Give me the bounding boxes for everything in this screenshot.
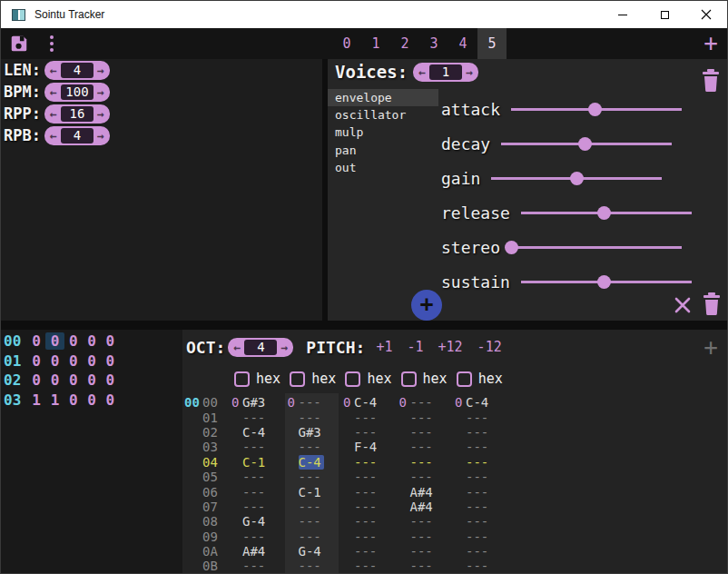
order-cell[interactable]: 0 bbox=[45, 371, 64, 389]
maximize-button[interactable] bbox=[644, 1, 685, 28]
note-cell[interactable]: --- bbox=[466, 455, 491, 470]
note-cell[interactable]: --- bbox=[410, 514, 436, 529]
slider-thumb[interactable] bbox=[597, 275, 611, 289]
note-cell[interactable]: --- bbox=[354, 425, 379, 440]
note-cell[interactable]: A#4 bbox=[410, 500, 436, 514]
note-cell[interactable]: G-4 bbox=[242, 514, 268, 529]
octave-stepper-value[interactable]: 4 bbox=[244, 340, 277, 355]
order-cell[interactable]: 0 bbox=[101, 391, 119, 409]
order-cell[interactable]: 0 bbox=[83, 391, 101, 409]
clear-unit-button[interactable] bbox=[673, 295, 693, 315]
note-cell[interactable]: --- bbox=[242, 500, 268, 514]
unit-item-envelope[interactable]: envelope bbox=[328, 89, 438, 106]
param-stepper-rpp-increment[interactable]: → bbox=[93, 104, 108, 124]
tab-2[interactable]: 2 bbox=[390, 28, 419, 59]
note-cell[interactable]: G#3 bbox=[299, 425, 324, 440]
param-stepper-rpb-increment[interactable]: → bbox=[93, 126, 108, 145]
order-cell[interactable]: 0 bbox=[64, 332, 83, 350]
param-stepper-len-decrement[interactable]: ← bbox=[46, 61, 61, 80]
unit-item-pan[interactable]: pan bbox=[328, 142, 438, 159]
note-cell[interactable]: --- bbox=[354, 529, 379, 544]
hex-checkbox[interactable] bbox=[290, 371, 305, 387]
order-cell[interactable]: 0 bbox=[83, 332, 101, 350]
note-cell[interactable]: --- bbox=[466, 529, 491, 544]
slider-track[interactable] bbox=[491, 171, 662, 185]
note-cell[interactable]: --- bbox=[354, 485, 379, 500]
note-cell[interactable]: --- bbox=[299, 559, 324, 573]
note-cell[interactable]: --- bbox=[410, 440, 436, 454]
hex-checkbox[interactable] bbox=[345, 371, 360, 387]
order-cell[interactable]: 0 bbox=[27, 352, 45, 370]
note-cell[interactable]: G-4 bbox=[299, 544, 324, 559]
note-cell[interactable]: --- bbox=[466, 485, 491, 500]
slider-thumb[interactable] bbox=[597, 206, 611, 220]
order-cell[interactable]: 0 bbox=[101, 352, 119, 370]
note-cell[interactable]: F-4 bbox=[354, 440, 379, 454]
note-cell[interactable]: --- bbox=[410, 470, 436, 484]
note-cell[interactable]: --- bbox=[410, 455, 436, 470]
close-button[interactable] bbox=[685, 1, 727, 28]
pitch-button-+1[interactable]: +1 bbox=[376, 339, 392, 355]
slider-track[interactable] bbox=[511, 240, 682, 254]
add-tab-button[interactable]: + bbox=[703, 28, 718, 59]
note-cell[interactable]: --- bbox=[410, 559, 436, 573]
note-cell[interactable]: A#4 bbox=[242, 544, 268, 559]
octave-stepper-decrement[interactable]: ← bbox=[230, 338, 244, 357]
octave-stepper-increment[interactable]: → bbox=[277, 338, 291, 357]
note-cell[interactable]: --- bbox=[354, 514, 379, 529]
order-cell[interactable]: 1 bbox=[45, 391, 64, 409]
note-cell[interactable]: --- bbox=[242, 440, 268, 454]
note-cell[interactable]: --- bbox=[410, 425, 436, 440]
note-cell[interactable]: --- bbox=[354, 455, 379, 470]
order-cell[interactable]: 0 bbox=[64, 352, 83, 370]
note-cell[interactable]: --- bbox=[410, 411, 436, 425]
order-cell[interactable]: 0 bbox=[27, 332, 45, 350]
param-stepper-rpp-decrement[interactable]: ← bbox=[46, 104, 61, 124]
note-cell[interactable]: --- bbox=[354, 411, 379, 425]
voices-stepper-decrement[interactable]: ← bbox=[415, 63, 429, 82]
note-cell[interactable]: --- bbox=[466, 559, 491, 573]
note-cell[interactable]: --- bbox=[410, 544, 436, 559]
order-cell[interactable]: 0 bbox=[83, 352, 101, 370]
menu-button[interactable] bbox=[45, 35, 58, 53]
note-cell[interactable]: --- bbox=[354, 544, 379, 559]
note-cell[interactable]: A#4 bbox=[410, 485, 436, 500]
delete-instrument-button[interactable] bbox=[701, 69, 721, 92]
note-cell[interactable]: --- bbox=[299, 529, 324, 544]
pitch-button-+12[interactable]: +12 bbox=[438, 339, 463, 355]
note-cell[interactable]: --- bbox=[299, 500, 324, 514]
param-stepper-bpm-decrement[interactable]: ← bbox=[46, 83, 61, 102]
param-stepper-rpp-value[interactable]: 16 bbox=[61, 106, 93, 122]
note-cell[interactable]: C-4 bbox=[299, 455, 324, 470]
note-cell[interactable]: --- bbox=[410, 395, 436, 410]
tab-3[interactable]: 3 bbox=[419, 28, 448, 59]
order-cell[interactable]: 0 bbox=[27, 371, 45, 389]
note-cell[interactable]: --- bbox=[299, 411, 324, 425]
tab-4[interactable]: 4 bbox=[448, 28, 477, 59]
slider-thumb[interactable] bbox=[588, 103, 602, 116]
slider-thumb[interactable] bbox=[570, 172, 584, 185]
note-cell[interactable]: --- bbox=[242, 485, 268, 500]
note-cell[interactable]: --- bbox=[242, 411, 268, 425]
unit-item-mulp[interactable]: mulp bbox=[328, 124, 438, 141]
order-cell[interactable]: 0 bbox=[45, 352, 64, 370]
tab-5[interactable]: 5 bbox=[477, 28, 507, 59]
note-cell[interactable]: C-1 bbox=[242, 455, 268, 470]
param-stepper-bpm-value[interactable]: 100 bbox=[61, 84, 93, 100]
tab-1[interactable]: 1 bbox=[361, 28, 390, 59]
param-stepper-rpb-value[interactable]: 4 bbox=[61, 128, 93, 144]
note-cell[interactable]: C-4 bbox=[466, 395, 491, 410]
slider-track[interactable] bbox=[501, 136, 672, 151]
order-cell[interactable]: 0 bbox=[101, 332, 119, 350]
minimize-button[interactable] bbox=[602, 1, 644, 28]
slider-track[interactable] bbox=[511, 102, 682, 116]
hex-checkbox[interactable] bbox=[457, 371, 472, 387]
note-cell[interactable]: --- bbox=[299, 470, 324, 484]
note-cell[interactable]: G#3 bbox=[242, 395, 268, 410]
hex-checkbox[interactable] bbox=[401, 371, 417, 387]
note-cell[interactable]: C-4 bbox=[354, 395, 379, 410]
unit-item-oscillator[interactable]: oscillator bbox=[328, 106, 438, 124]
tab-0[interactable]: 0 bbox=[332, 28, 361, 59]
note-cell[interactable]: --- bbox=[354, 500, 379, 514]
note-cell[interactable]: C-4 bbox=[242, 425, 268, 440]
